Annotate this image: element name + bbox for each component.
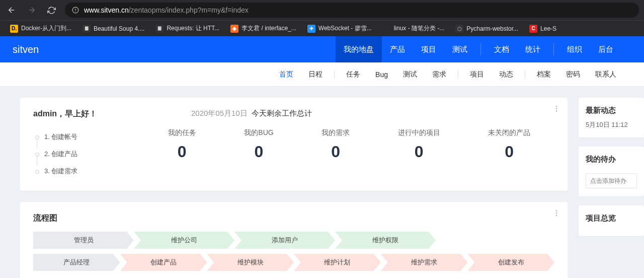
bookmark-item[interactable]: CLee-S bbox=[524, 23, 561, 35]
flow-step-label: 产品经理 bbox=[63, 258, 90, 267]
dashboard-summary-panel: admin，早上好！ 2020年05月10日 今天剩余工作总计 1. 创建帐号2… bbox=[20, 98, 568, 191]
bookmark-item[interactable]: ◆李文君 / interface_... bbox=[225, 22, 301, 35]
sub-nav-item[interactable]: 密码 bbox=[558, 70, 588, 79]
bookmark-item[interactable]: ✈WebSocket - 廖雪... bbox=[302, 22, 377, 35]
stat-block[interactable]: 进行中的项目0 bbox=[398, 128, 440, 180]
bookmark-label: Beautiful Soup 4.... bbox=[94, 25, 144, 32]
bookmark-item[interactable]: ≣Beautiful Soup 4.... bbox=[77, 23, 149, 35]
sub-nav-separator bbox=[458, 71, 458, 79]
nav-item[interactable]: 项目 bbox=[413, 36, 444, 62]
nav-separator bbox=[480, 43, 481, 55]
svg-point-1 bbox=[556, 106, 557, 107]
flow-step-label: 管理员 bbox=[74, 236, 94, 245]
sub-nav-item[interactable]: 首页 bbox=[272, 70, 301, 79]
address-bar[interactable]: www.sitven.cn/zentaopms/index.php?m=my&f… bbox=[65, 3, 639, 18]
flow-step[interactable]: 创建产品 bbox=[120, 254, 207, 271]
flow-step[interactable]: 维护权限 bbox=[335, 232, 436, 249]
reload-icon[interactable] bbox=[45, 4, 58, 17]
nav-item[interactable]: 组织 bbox=[559, 36, 590, 62]
flowchart-panel: 流程图 管理员维护公司添加用户维护权限产品经理创建产品维护模块维护计划维护需求创… bbox=[20, 202, 568, 278]
bookmark-item[interactable]: ≣Requests: 让 HTT... bbox=[150, 22, 224, 35]
flow-step[interactable]: 维护计划 bbox=[294, 254, 381, 271]
bookmark-favicon: ≣ bbox=[155, 25, 164, 33]
browser-toolbar: www.sitven.cn/zentaopms/index.php?m=my&f… bbox=[0, 0, 644, 20]
bookmark-favicon: ◌ bbox=[455, 25, 463, 33]
flow-step-label: 维护计划 bbox=[324, 258, 350, 267]
site-info-icon[interactable] bbox=[72, 7, 79, 14]
panel-menu-icon[interactable] bbox=[552, 105, 560, 115]
stat-value: 0 bbox=[321, 143, 350, 161]
bookmark-label: WebSocket - 廖雪... bbox=[318, 24, 372, 33]
greeting-title: admin，早上好！ bbox=[33, 109, 97, 119]
stat-block[interactable]: 未关闭的产品0 bbox=[488, 128, 530, 180]
flow-step[interactable]: 创建发布 bbox=[467, 254, 554, 271]
url-host: www.sitven.cn bbox=[84, 6, 129, 14]
stat-label: 我的需求 bbox=[321, 128, 350, 137]
flow-step-label: 维护公司 bbox=[171, 236, 197, 245]
svg-point-4 bbox=[556, 210, 557, 211]
nav-item[interactable]: 我的地盘 bbox=[336, 36, 382, 62]
sub-nav-item[interactable]: 联系人 bbox=[588, 70, 624, 79]
flow-step-label: 创建发布 bbox=[498, 258, 524, 267]
flow-row: 管理员维护公司添加用户维护权限 bbox=[33, 232, 554, 249]
onboarding-step[interactable]: 1. 创建帐号 bbox=[33, 128, 144, 146]
bookmark-label: Lee-S bbox=[540, 25, 556, 32]
sub-nav-item[interactable]: 需求 bbox=[425, 70, 454, 79]
bookmark-favicon: D. bbox=[10, 25, 18, 33]
todo-input[interactable] bbox=[586, 173, 637, 188]
flow-step-label: 添加用户 bbox=[272, 236, 298, 245]
svg-point-3 bbox=[556, 110, 557, 111]
stat-label: 进行中的项目 bbox=[398, 128, 440, 137]
bookmarks-bar: D.Docker-从入门到...≣Beautiful Soup 4....≣Re… bbox=[0, 20, 644, 36]
bookmark-item[interactable]: ◌Pycharm-webstor... bbox=[450, 23, 523, 35]
sub-nav-item[interactable]: 动态 bbox=[492, 70, 521, 79]
todo-title: 我的待办 bbox=[586, 155, 637, 164]
nav-item[interactable]: 统计 bbox=[517, 36, 548, 62]
stat-block[interactable]: 我的需求0 bbox=[321, 128, 350, 180]
bookmark-favicon: ◆ bbox=[230, 25, 238, 33]
nav-item[interactable]: 产品 bbox=[382, 36, 413, 62]
stat-label: 我的BUG bbox=[244, 128, 273, 137]
greeting-date: 2020年05月10日 bbox=[191, 109, 248, 118]
news-timestamp: 5月10日 11:12 bbox=[586, 120, 637, 129]
stat-block[interactable]: 我的BUG0 bbox=[244, 128, 273, 180]
sub-nav-item[interactable]: 任务 bbox=[339, 70, 368, 79]
bookmark-item[interactable]: D.Docker-从入门到... bbox=[5, 22, 76, 35]
stat-value: 0 bbox=[168, 143, 196, 161]
sub-nav-item[interactable]: 日程 bbox=[301, 70, 330, 79]
sub-nav-item[interactable]: 测试 bbox=[395, 70, 425, 79]
flow-step[interactable]: 添加用户 bbox=[234, 232, 335, 249]
nav-item[interactable]: 测试 bbox=[444, 36, 475, 62]
stat-label: 未关闭的产品 bbox=[488, 128, 530, 137]
flow-step[interactable]: 产品经理 bbox=[33, 254, 120, 271]
flow-step-label: 维护需求 bbox=[411, 258, 437, 267]
bookmark-favicon: C bbox=[529, 25, 537, 33]
sub-nav-item[interactable]: 档案 bbox=[529, 70, 558, 79]
url-path: /zentaopms/index.php?m=my&f=index bbox=[129, 6, 249, 14]
flow-step[interactable]: 管理员 bbox=[33, 232, 134, 249]
nav-item[interactable]: 文档 bbox=[486, 36, 517, 62]
sub-nav-item[interactable]: 项目 bbox=[462, 70, 492, 79]
back-icon[interactable] bbox=[5, 4, 18, 17]
brand-logo[interactable]: sitven bbox=[13, 44, 39, 55]
bookmark-label: Pycharm-webstor... bbox=[466, 25, 518, 32]
stat-block[interactable]: 我的任务0 bbox=[168, 128, 196, 180]
nav-separator bbox=[553, 43, 554, 55]
flow-step[interactable]: 维护模块 bbox=[207, 254, 294, 271]
bookmark-label: Requests: 让 HTT... bbox=[167, 24, 219, 33]
onboarding-step[interactable]: 2. 创建产品 bbox=[33, 146, 144, 163]
bookmark-item[interactable]: linux - 随笔分类 -... bbox=[378, 22, 450, 35]
bookmark-favicon: ✈ bbox=[307, 25, 315, 33]
bookmark-label: 李文君 / interface_... bbox=[242, 24, 296, 33]
flow-step-label: 维护模块 bbox=[237, 258, 264, 267]
flow-step[interactable]: 维护公司 bbox=[134, 232, 234, 249]
bookmark-favicon bbox=[383, 25, 391, 33]
panel-menu-icon[interactable] bbox=[552, 209, 560, 219]
stat-value: 0 bbox=[488, 143, 530, 161]
nav-item[interactable]: 后台 bbox=[590, 36, 621, 62]
forward-icon bbox=[25, 4, 38, 17]
onboarding-step[interactable]: 3. 创建需求 bbox=[33, 163, 144, 180]
sub-nav-item[interactable]: Bug bbox=[368, 71, 395, 79]
sub-nav-separator bbox=[334, 71, 335, 79]
flow-step[interactable]: 维护需求 bbox=[381, 254, 468, 271]
